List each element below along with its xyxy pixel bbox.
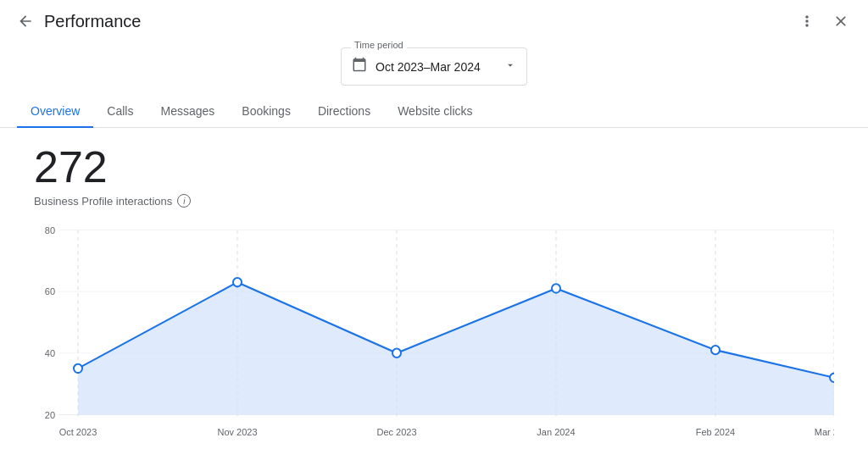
svg-point-20: [830, 374, 834, 382]
time-period-select[interactable]: Oct 2023–Mar 2024: [341, 47, 527, 86]
tab-calls[interactable]: Calls: [93, 96, 147, 128]
page-title: Performance: [44, 12, 142, 31]
header-actions: [793, 8, 854, 35]
close-button[interactable]: [827, 8, 854, 35]
tab-bookings[interactable]: Bookings: [228, 96, 304, 128]
metric-label: Business Profile interactions i: [34, 194, 834, 208]
svg-text:60: 60: [45, 286, 55, 297]
svg-text:Oct 2023: Oct 2023: [59, 427, 97, 437]
more-options-button[interactable]: [793, 8, 821, 35]
tab-website-clicks[interactable]: Website clicks: [384, 96, 486, 128]
back-button[interactable]: [14, 9, 37, 33]
main-content: 272 Business Profile interactions i 80 6: [0, 128, 868, 449]
svg-text:Nov 2023: Nov 2023: [217, 427, 257, 437]
svg-point-16: [233, 278, 242, 286]
svg-marker-14: [78, 282, 834, 414]
metric-label-text: Business Profile interactions: [34, 195, 172, 208]
svg-point-18: [552, 284, 560, 292]
svg-point-19: [711, 346, 720, 354]
time-period-value: Oct 2023–Mar 2024: [376, 60, 496, 74]
tab-directions[interactable]: Directions: [304, 96, 384, 128]
time-period-section: Time period Oct 2023–Mar 2024: [0, 42, 868, 96]
dropdown-arrow-icon: [504, 59, 516, 74]
svg-point-15: [74, 364, 82, 373]
calendar-icon: [352, 57, 367, 76]
time-period-label: Time period: [351, 40, 407, 50]
time-period-wrapper: Time period Oct 2023–Mar 2024: [341, 47, 527, 86]
tab-overview[interactable]: Overview: [17, 96, 93, 128]
chart-container: 80 60 40 20 Oct 2023 Nov 2023 Dec 2023 J…: [34, 221, 834, 449]
svg-text:Feb 2024: Feb 2024: [696, 427, 735, 437]
metric-value: 272: [34, 145, 834, 189]
info-icon[interactable]: i: [177, 194, 191, 208]
svg-text:Jan 2024: Jan 2024: [537, 427, 575, 437]
svg-text:40: 40: [45, 348, 55, 358]
svg-text:Mar 2024: Mar 2024: [815, 427, 834, 437]
svg-text:20: 20: [45, 409, 55, 419]
header: Performance: [0, 0, 868, 42]
header-left: Performance: [14, 9, 142, 33]
svg-text:Dec 2023: Dec 2023: [376, 427, 416, 437]
tab-messages[interactable]: Messages: [147, 96, 228, 128]
tabs-bar: Overview Calls Messages Bookings Directi…: [0, 96, 868, 128]
svg-point-17: [392, 349, 401, 358]
line-chart: 80 60 40 20 Oct 2023 Nov 2023 Dec 2023 J…: [34, 221, 834, 449]
svg-text:80: 80: [45, 224, 55, 235]
